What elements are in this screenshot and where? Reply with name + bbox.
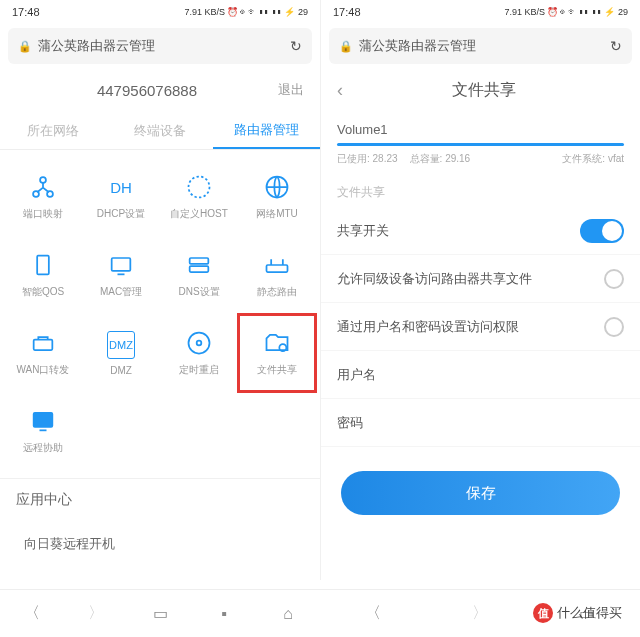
row-password[interactable]: 密码 bbox=[321, 399, 640, 447]
row-share-switch[interactable]: 共享开关 bbox=[321, 207, 640, 255]
grid-file-share[interactable]: 文件共享 bbox=[238, 314, 316, 392]
status-icons: 7.91 KB/S⏰ ◎ ᯤ ▮▮ ▮▮ ⚡ 29 bbox=[184, 7, 308, 17]
nav-back-icon[interactable]: 〈 bbox=[355, 596, 391, 632]
row-username[interactable]: 用户名 bbox=[321, 351, 640, 399]
router-icon bbox=[263, 251, 291, 279]
svg-point-0 bbox=[40, 177, 46, 183]
exit-button[interactable]: 退出 bbox=[278, 81, 304, 99]
mtu-icon bbox=[263, 173, 291, 201]
file-share-icon bbox=[263, 329, 291, 357]
screen-router-settings: 17:48 7.91 KB/S⏰ ◎ ᯤ ▮▮ ▮▮ ⚡ 29 🔒 蒲公英路由器… bbox=[0, 0, 320, 580]
svg-rect-6 bbox=[112, 258, 131, 271]
tab-network[interactable]: 所在网络 bbox=[0, 112, 107, 149]
status-bar: 17:48 7.91 KB/S⏰ ◎ ᯤ ▮▮ ▮▮ ⚡ 29 bbox=[321, 0, 640, 24]
row-allow-peers[interactable]: 允许同级设备访问路由器共享文件 bbox=[321, 255, 640, 303]
wan-icon bbox=[29, 329, 57, 357]
device-header: 447956076888 退出 bbox=[0, 68, 320, 112]
volume-info: Volume1 已使用: 28.23 总容量: 29.16 文件系统: vfat bbox=[321, 112, 640, 170]
svg-point-11 bbox=[189, 333, 210, 354]
device-id: 447956076888 bbox=[16, 82, 278, 99]
svg-rect-8 bbox=[190, 266, 209, 272]
browser-nav-left: 〈 〉 ▭ ▪ ⌂ bbox=[0, 589, 320, 637]
lock-icon: 🔒 bbox=[339, 40, 353, 53]
grid-dmz[interactable]: DMZDMZ bbox=[82, 314, 160, 392]
auth-radio[interactable] bbox=[604, 317, 624, 337]
remote-icon bbox=[29, 407, 57, 435]
smzdm-logo-icon: 值 bbox=[533, 603, 553, 623]
svg-rect-7 bbox=[190, 258, 209, 264]
tab-devices[interactable]: 终端设备 bbox=[107, 112, 214, 149]
reboot-icon bbox=[185, 329, 213, 357]
app-sunflower-wol[interactable]: 向日葵远程开机 bbox=[0, 521, 320, 567]
host-icon bbox=[185, 173, 213, 201]
grid-mac[interactable]: MAC管理 bbox=[82, 236, 160, 314]
page-title: 文件共享 bbox=[343, 80, 624, 101]
lock-icon: 🔒 bbox=[18, 40, 32, 53]
address-bar[interactable]: 🔒 蒲公英路由器云管理 ↻ bbox=[329, 28, 632, 64]
svg-rect-10 bbox=[34, 340, 53, 351]
grid-static-route[interactable]: 静态路由 bbox=[238, 236, 316, 314]
nav-menu-icon[interactable]: ⌂ bbox=[270, 596, 306, 632]
save-button[interactable]: 保存 bbox=[341, 471, 620, 515]
nav-home-icon[interactable]: ▭ bbox=[142, 596, 178, 632]
page-title-bar: ‹ 文件共享 bbox=[321, 68, 640, 112]
nav-forward-icon[interactable]: 〉 bbox=[78, 596, 114, 632]
dns-icon bbox=[185, 251, 213, 279]
dmz-icon: DMZ bbox=[107, 331, 135, 359]
grid-custom-host[interactable]: 自定义HOST bbox=[160, 158, 238, 236]
grid-dhcp[interactable]: DHDHCP设置 bbox=[82, 158, 160, 236]
grid-port-mapping[interactable]: 端口映射 bbox=[4, 158, 82, 236]
app-center-header: 应用中心 bbox=[0, 478, 320, 521]
grid-dns[interactable]: DNS设置 bbox=[160, 236, 238, 314]
row-auth[interactable]: 通过用户名和密码设置访问权限 bbox=[321, 303, 640, 351]
allow-radio[interactable] bbox=[604, 269, 624, 289]
watermark: 值 什么值得买 bbox=[533, 603, 622, 623]
grid-qos[interactable]: 智能QOS bbox=[4, 236, 82, 314]
svg-point-3 bbox=[189, 177, 210, 198]
refresh-icon[interactable]: ↻ bbox=[290, 38, 302, 54]
grid-mtu[interactable]: 网络MTU bbox=[238, 158, 316, 236]
grid-wan-forward[interactable]: WAN口转发 bbox=[4, 314, 82, 392]
svg-rect-5 bbox=[37, 256, 49, 275]
tab-router-mgmt[interactable]: 路由器管理 bbox=[213, 112, 320, 149]
status-time: 17:48 bbox=[12, 6, 40, 18]
nav-back-icon[interactable]: 〈 bbox=[14, 596, 50, 632]
status-bar: 17:48 7.91 KB/S⏰ ◎ ᯤ ▮▮ ▮▮ ⚡ 29 bbox=[0, 0, 320, 24]
refresh-icon[interactable]: ↻ bbox=[610, 38, 622, 54]
volume-progress bbox=[337, 143, 624, 146]
port-mapping-icon bbox=[29, 173, 57, 201]
svg-rect-9 bbox=[267, 265, 288, 272]
nav-tabs-icon[interactable]: ▪ bbox=[206, 596, 242, 632]
svg-point-12 bbox=[197, 341, 202, 346]
volume-name: Volume1 bbox=[337, 122, 624, 137]
svg-rect-14 bbox=[34, 413, 53, 427]
address-bar[interactable]: 🔒 蒲公英路由器云管理 ↻ bbox=[8, 28, 312, 64]
section-file-share: 文件共享 bbox=[321, 170, 640, 207]
dhcp-icon: DH bbox=[107, 173, 135, 201]
qos-icon bbox=[29, 251, 57, 279]
nav-forward-icon[interactable]: 〉 bbox=[462, 596, 498, 632]
share-toggle[interactable] bbox=[580, 219, 624, 243]
mac-icon bbox=[107, 251, 135, 279]
grid-remote-assist[interactable]: 远程协助 bbox=[4, 392, 82, 470]
grid-scheduled-reboot[interactable]: 定时重启 bbox=[160, 314, 238, 392]
screen-file-share: 17:48 7.91 KB/S⏰ ◎ ᯤ ▮▮ ▮▮ ⚡ 29 🔒 蒲公英路由器… bbox=[320, 0, 640, 580]
address-text: 蒲公英路由器云管理 bbox=[38, 37, 155, 55]
tabs: 所在网络 终端设备 路由器管理 bbox=[0, 112, 320, 150]
settings-grid: 端口映射 DHDHCP设置 自定义HOST 网络MTU 智能QOS MAC管理 … bbox=[0, 150, 320, 478]
